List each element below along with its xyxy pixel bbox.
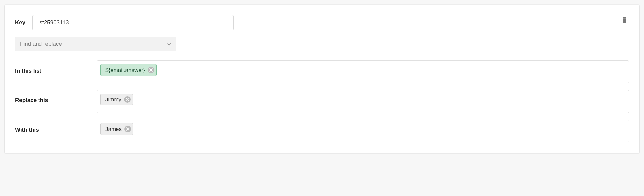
with-this-input[interactable]: James [97,120,629,142]
config-card: Key Find and replace In this list ${emai… [5,5,639,153]
action-select[interactable]: Find and replace [15,37,176,51]
chip-remove-button[interactable] [124,96,131,103]
close-icon [126,98,129,101]
key-input[interactable] [32,15,234,30]
chevron-down-icon [167,41,171,47]
replace-this-row: Replace this Jimmy [15,90,629,113]
close-icon [126,127,129,131]
key-label: Key [15,19,32,26]
chip-text: ${email.answer} [105,67,145,73]
with-this-label: With this [15,120,97,133]
replace-this-chip[interactable]: Jimmy [100,94,133,105]
trash-icon [621,16,627,23]
chip-text: James [105,126,122,132]
with-this-chip[interactable]: James [100,123,133,135]
in-this-list-row: In this list ${email.answer} [15,60,629,83]
with-this-row: With this James [15,120,629,142]
chip-text: Jimmy [105,97,121,102]
close-icon [149,68,153,72]
chip-remove-button[interactable] [124,126,131,132]
in-this-list-chip[interactable]: ${email.answer} [100,64,157,76]
replace-this-input[interactable]: Jimmy [97,90,629,113]
action-select-value: Find and replace [20,41,62,47]
in-this-list-label: In this list [15,60,97,74]
chip-remove-button[interactable] [148,67,154,73]
delete-button[interactable] [620,15,629,24]
replace-this-label: Replace this [15,90,97,104]
key-row: Key [15,15,629,30]
fields-wrap: In this list ${email.answer} Replace thi… [15,60,629,142]
in-this-list-input[interactable]: ${email.answer} [97,60,629,83]
